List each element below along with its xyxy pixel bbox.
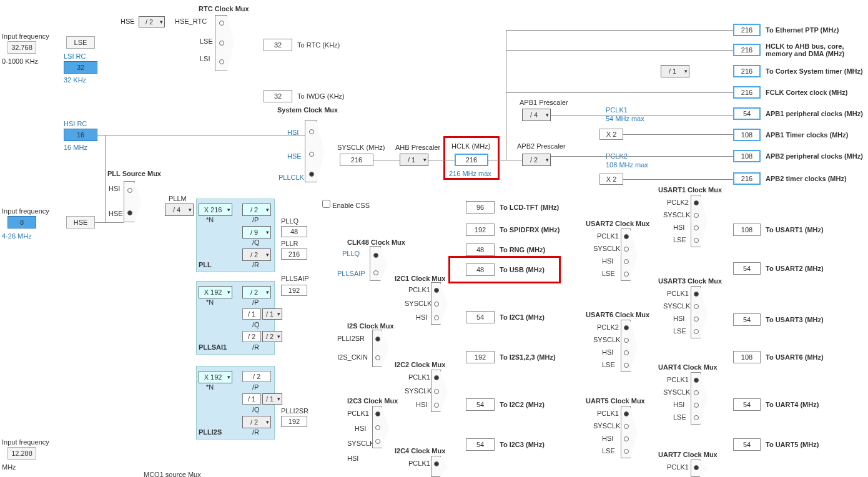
system-clock-mux[interactable]	[305, 120, 317, 182]
i2c4-mux[interactable]	[431, 456, 441, 477]
i2c2-l: To I2C2 (MHz)	[500, 401, 545, 408]
usb-v: 48	[466, 263, 495, 276]
lcd-l: To LCD-TFT (MHz)	[500, 204, 559, 211]
input-freq3-value[interactable]: 12.288	[7, 447, 36, 460]
pll-p[interactable]: / 2	[242, 204, 271, 216]
pclk1-label: PCLK1	[606, 106, 628, 114]
plli2s-title: PLLI2S	[199, 428, 222, 436]
out-eth-l: To Ethernet PTP (MHz)	[766, 26, 839, 34]
pll-r[interactable]: / 2	[242, 248, 271, 261]
mco1-label: MCO1 source Mux	[144, 471, 201, 477]
out-apb2t-l: APB2 timer clocks (MHz)	[766, 175, 847, 182]
u4-d: LSE	[673, 413, 686, 421]
enable-css-checkbox[interactable]	[322, 200, 330, 208]
pllsai1-q: / 1	[242, 308, 261, 320]
cortex-div[interactable]: / 1	[661, 65, 689, 77]
hse-source[interactable]: HSE	[66, 216, 95, 229]
line	[506, 50, 733, 51]
pllsai1-r-div[interactable]: / 2	[262, 331, 282, 342]
usart3-v: 54	[733, 313, 761, 326]
pllsai1-n[interactable]: X 192	[199, 286, 232, 298]
pllsrc-hse: HSE	[109, 210, 123, 217]
line	[97, 135, 305, 135]
pll-source-mux[interactable]	[124, 181, 135, 222]
lcd-v: 96	[466, 201, 495, 214]
i2s-v: 192	[466, 351, 495, 363]
pllsai1-q-div[interactable]: / 1	[262, 308, 282, 320]
i2c2-sysclk: SYSCLK	[405, 387, 432, 395]
uart7-mux[interactable]	[691, 460, 701, 477]
rtc-hse-div[interactable]: / 2	[139, 16, 165, 27]
i2c3-mux[interactable]	[372, 406, 382, 448]
pll-n[interactable]: X 216	[199, 204, 232, 216]
ahb-div[interactable]: / 1	[400, 154, 428, 166]
lsi-unit: 32 KHz	[64, 76, 86, 84]
pllsai1-r: / 2	[242, 331, 261, 342]
rtc-mux[interactable]	[215, 15, 227, 71]
usart6-v: 108	[733, 351, 761, 363]
uart4-mux[interactable]	[691, 372, 701, 425]
pllsaip-label: PLLSAIP	[281, 275, 309, 282]
line	[506, 92, 733, 93]
usart2-mux[interactable]	[621, 229, 631, 281]
input-freq2-value[interactable]: 8	[7, 216, 36, 229]
plli2s-q-div[interactable]: / 1	[262, 393, 282, 405]
iwdg-value: 32	[264, 90, 292, 102]
usart1-mux[interactable]	[691, 195, 701, 247]
enable-css[interactable]: Enable CSS	[322, 200, 370, 209]
u1-a: PCLK2	[667, 199, 689, 206]
i2c1-mux[interactable]	[431, 282, 441, 325]
i2c1-l: To I2C1 (MHz)	[500, 313, 545, 321]
spidf-l: To SPIDFRX (MHz)	[500, 226, 560, 234]
ahb-label: AHB Prescaler	[395, 144, 440, 151]
rtc-lsi-label: LSI	[200, 55, 210, 62]
pllsaip-value: 192	[281, 285, 307, 296]
input-freq1-value[interactable]: 32.768	[7, 41, 36, 54]
u7-a: PCLK1	[667, 463, 689, 471]
i2c2-mux[interactable]	[431, 370, 441, 412]
usart1-l: To USART1 (MHz)	[766, 226, 824, 234]
pllm-div[interactable]: / 4	[165, 204, 194, 216]
sysmux-hse: HSE	[287, 152, 302, 160]
pll-pl: /P	[252, 216, 259, 224]
rtc-out-value: 32	[264, 39, 292, 51]
u6-c: HSI	[602, 348, 613, 356]
pclk1-max: 54 MHz max	[606, 115, 644, 122]
apb1-div[interactable]: / 4	[522, 109, 551, 121]
hsi-unit: 16 MHz	[64, 144, 87, 151]
u5-b: SYSCLK	[593, 422, 620, 430]
pll-rl: /R	[252, 261, 259, 268]
pll-q[interactable]: / 9	[242, 226, 271, 238]
line	[428, 160, 455, 160]
usart6-title: USART6 Clock Mux	[586, 311, 649, 318]
pllsai1-nl: *N	[206, 298, 214, 306]
usart3-mux[interactable]	[691, 286, 701, 338]
clk48-mux[interactable]	[370, 246, 381, 281]
pllsai1-p[interactable]: / 2	[242, 286, 271, 298]
sysmux-title: System Clock Mux	[277, 106, 338, 114]
pllr-label: PLLR	[281, 240, 298, 247]
hclk-value[interactable]: 216	[455, 154, 488, 166]
apb2-div[interactable]: / 2	[522, 154, 551, 166]
pllm-label: PLLM	[169, 195, 187, 202]
u6-d: LSE	[602, 361, 615, 368]
plli2s-r[interactable]: / 2	[242, 416, 271, 428]
i2c1-pclk1: PCLK1	[408, 286, 430, 293]
rng-l: To RNG (MHz)	[500, 246, 545, 253]
plli2s-p: / 2	[242, 371, 271, 382]
lse-source[interactable]: LSE	[66, 36, 95, 49]
pllsrc-hsi: HSI	[109, 185, 120, 192]
uart5-mux[interactable]	[621, 406, 631, 458]
i2s-mux[interactable]	[372, 330, 382, 367]
apb1-x2: X 2	[599, 129, 623, 140]
input-freq3-unit: MHz	[2, 463, 16, 471]
hsi-value: 16	[64, 129, 97, 141]
usart6-mux[interactable]	[621, 320, 631, 372]
i2s-plli2sr: PLLI2SR	[337, 335, 365, 342]
i2c3-pclk1: PCLK1	[347, 410, 369, 417]
i2c3-hsi: HSI	[355, 425, 366, 432]
i2s-hsi: HSI	[347, 455, 358, 462]
u4-a: PCLK1	[667, 376, 689, 383]
pll-nl: *N	[206, 216, 214, 224]
plli2s-n[interactable]: X 192	[199, 371, 232, 383]
